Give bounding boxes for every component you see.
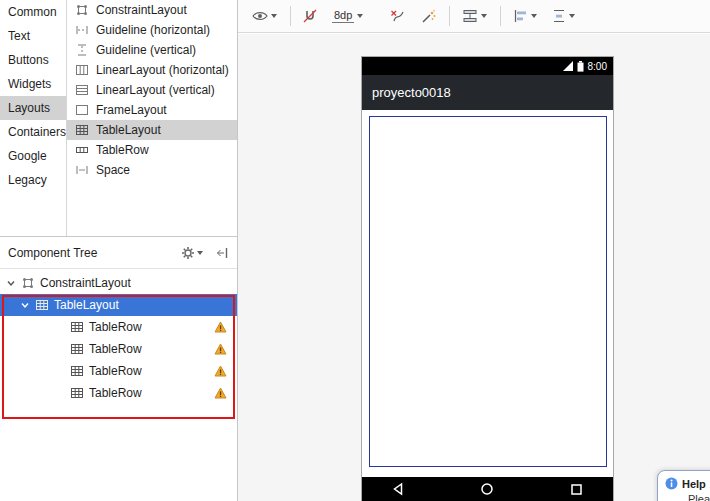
tablerow-icon: [70, 386, 84, 400]
tablelayout-icon: [75, 123, 89, 137]
palette-component-list: ConstraintLayout Guideline (horizontal) …: [67, 0, 237, 180]
home-icon: [480, 482, 494, 496]
tree-settings-button[interactable]: [179, 244, 205, 262]
tree-node-tablerow[interactable]: TableRow: [0, 338, 237, 360]
framelayout-icon: [75, 103, 89, 117]
palette-item-linearlayout-vertical[interactable]: LinearLayout (vertical): [67, 80, 237, 100]
palette-item-label: TableRow: [96, 143, 149, 157]
recents-icon: [570, 483, 583, 496]
palette-category-common[interactable]: Common: [0, 0, 66, 24]
palette-item-label: Guideline (vertical): [96, 43, 196, 57]
guideline-vertical-icon: [75, 43, 89, 57]
palette-item-label: Space: [96, 163, 130, 177]
palette-item-guideline-vertical[interactable]: Guideline (vertical): [67, 40, 237, 60]
tablerow-icon: [70, 364, 84, 378]
tree-node-label: ConstraintLayout: [40, 276, 131, 290]
device-nav-bar: [362, 477, 613, 501]
warning-icon: [214, 387, 227, 399]
device-preview: 8:00 proyecto0018: [362, 57, 613, 501]
app-title: proyecto0018: [372, 85, 451, 100]
divider: [449, 6, 450, 26]
clear-constraints-icon: [390, 9, 406, 23]
divider: [290, 6, 291, 26]
clear-constraints-button[interactable]: [386, 6, 410, 26]
chevron-down-icon: [569, 14, 575, 18]
palette-item-space[interactable]: Space: [67, 160, 237, 180]
tree-node-tablerow[interactable]: TableRow: [0, 316, 237, 338]
palette-category-layouts[interactable]: Layouts: [0, 96, 66, 120]
palette-item-linearlayout-horizontal[interactable]: LinearLayout (horizontal): [67, 60, 237, 80]
linearlayout-vertical-icon: [75, 83, 89, 97]
tablelayout-icon: [35, 298, 49, 312]
tree-node-tablerow[interactable]: TableRow: [0, 382, 237, 404]
warning-icon: [214, 321, 227, 333]
chevron-down-icon: [271, 14, 277, 18]
palette-category-widgets[interactable]: Widgets: [0, 72, 66, 96]
palette-category-containers[interactable]: Containers: [0, 120, 66, 144]
status-time: 8:00: [588, 61, 607, 72]
divider: [0, 268, 237, 269]
info-icon: [665, 477, 678, 490]
divider: [500, 6, 501, 26]
palette-item-label: FrameLayout: [96, 103, 167, 117]
help-popup-body: Plea: [688, 493, 710, 501]
tree-node-tablelayout[interactable]: TableLayout: [0, 294, 237, 316]
tablerow-icon: [70, 320, 84, 334]
pack-icon: [462, 9, 478, 23]
view-options-icon: [252, 10, 268, 22]
palette-categories: Common Text Buttons Widgets Layouts Cont…: [0, 0, 66, 192]
palette-item-tablerow[interactable]: TableRow: [67, 140, 237, 160]
back-icon: [392, 482, 404, 496]
gear-icon: [181, 246, 195, 260]
tree-node-tablerow[interactable]: TableRow: [0, 360, 237, 382]
pack-button[interactable]: [458, 6, 491, 26]
infer-constraints-button[interactable]: [417, 6, 440, 27]
palette-item-tablelayout[interactable]: TableLayout: [67, 120, 237, 140]
chevron-down-icon: [481, 14, 487, 18]
palette-item-framelayout[interactable]: FrameLayout: [67, 100, 237, 120]
chevron-down-icon: [20, 300, 30, 310]
palette-item-guideline-horizontal[interactable]: Guideline (horizontal): [67, 20, 237, 40]
default-margin-value: 8dp: [332, 9, 354, 23]
default-margin-button[interactable]: 8dp: [328, 6, 367, 26]
chevron-down-icon: [6, 278, 16, 288]
palette-item-label: LinearLayout (horizontal): [96, 63, 229, 77]
palette-category-buttons[interactable]: Buttons: [0, 48, 66, 72]
chevron-down-icon: [197, 251, 203, 255]
constraint-layout-icon: [75, 3, 89, 17]
warning-icon: [214, 343, 227, 355]
tree-node-label: TableRow: [89, 320, 142, 334]
component-tree-title: Component Tree: [8, 246, 171, 260]
chevron-down-icon: [531, 14, 537, 18]
tablerow-icon: [75, 143, 89, 157]
android-studio-layout-editor: Common Text Buttons Widgets Layouts Cont…: [0, 0, 710, 501]
palette-tree-splitter[interactable]: [0, 236, 237, 237]
chevron-down-icon: [357, 14, 363, 18]
palette-category-text[interactable]: Text: [0, 24, 66, 48]
tree-node-constraintlayout[interactable]: ConstraintLayout: [0, 272, 237, 294]
component-tree: ConstraintLayout TableLayout TableRow Ta…: [0, 272, 237, 404]
distribute-button[interactable]: [548, 6, 579, 26]
guideline-horizontal-icon: [75, 23, 89, 37]
wifi-icon: [563, 61, 573, 71]
palette-item-label: TableLayout: [96, 123, 161, 137]
palette-category-legacy[interactable]: Legacy: [0, 168, 66, 192]
align-button[interactable]: [509, 6, 541, 26]
palette-item-constraintlayout[interactable]: ConstraintLayout: [67, 0, 237, 20]
view-options-button[interactable]: [248, 7, 281, 25]
distribute-icon: [552, 9, 566, 23]
palette-item-label: ConstraintLayout: [96, 3, 187, 17]
tablelayout-outline[interactable]: [369, 116, 607, 467]
design-toolbar: 8dp: [238, 0, 710, 33]
autoconnect-button[interactable]: [299, 6, 321, 26]
align-icon: [513, 9, 528, 23]
hide-panel-button[interactable]: [213, 244, 231, 262]
space-icon: [75, 163, 89, 177]
battery-icon: [577, 61, 584, 72]
autoconnect-off-icon: [303, 9, 317, 23]
linearlayout-horizontal-icon: [75, 63, 89, 77]
device-action-bar: proyecto0018: [362, 75, 613, 110]
tree-node-label: TableRow: [89, 364, 142, 378]
palette-item-label: Guideline (horizontal): [96, 23, 210, 37]
palette-category-google[interactable]: Google: [0, 144, 66, 168]
